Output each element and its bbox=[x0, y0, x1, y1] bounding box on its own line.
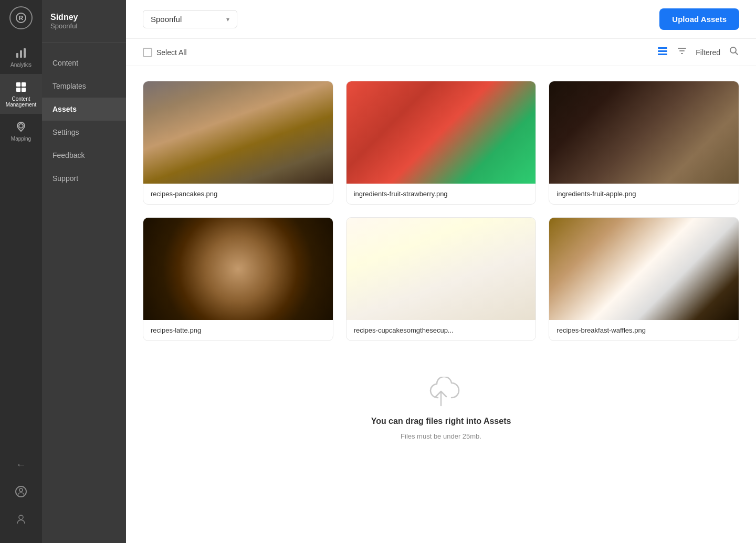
icon-rail: R Analytics Content bbox=[0, 0, 42, 543]
svg-rect-14 bbox=[658, 50, 667, 52]
asset-thumbnail-pancakes bbox=[143, 81, 333, 184]
sidebar-item-feedback[interactable]: Feedback bbox=[42, 144, 126, 167]
sidebar-item-content-management[interactable]: Content Management bbox=[0, 74, 42, 114]
upload-assets-button[interactable]: Upload Assets bbox=[659, 8, 739, 30]
drag-title: You can drag files right into Assets bbox=[371, 417, 511, 426]
svg-rect-6 bbox=[22, 82, 26, 87]
sidebar-item-content[interactable]: Content bbox=[42, 51, 126, 74]
dropdown-value: Spoonful bbox=[151, 15, 182, 24]
mapping-icon bbox=[14, 120, 28, 134]
svg-rect-3 bbox=[20, 50, 22, 58]
toolbar-right: Filtered bbox=[657, 45, 739, 59]
topbar-left: Spoonful ▾ bbox=[143, 10, 237, 28]
toolbar: Select All Filtered bbox=[126, 39, 756, 66]
sidebar-item-templates[interactable]: Templates bbox=[42, 74, 126, 98]
drag-subtitle: Files must be under 25mb. bbox=[401, 432, 481, 440]
rail-bottom: ← bbox=[12, 455, 30, 537]
select-all-wrap[interactable]: Select All bbox=[143, 48, 187, 57]
svg-rect-13 bbox=[658, 47, 667, 49]
select-all-checkbox[interactable] bbox=[143, 48, 152, 57]
back-arrow-icon[interactable]: ← bbox=[12, 455, 30, 474]
asset-card-6[interactable]: recipes-breakfast-waffles.png bbox=[549, 217, 739, 341]
asset-thumbnail-latte bbox=[143, 218, 333, 320]
svg-rect-4 bbox=[24, 48, 26, 58]
asset-card-3[interactable]: ingredients-fruit-apple.png bbox=[549, 81, 739, 205]
main-content: Spoonful ▾ Upload Assets Select All bbox=[126, 0, 756, 543]
content-management-label: Content Management bbox=[4, 96, 38, 108]
sidebar-item-analytics[interactable]: Analytics bbox=[0, 40, 42, 74]
upload-cloud-icon bbox=[422, 377, 460, 410]
chevron-down-icon: ▾ bbox=[226, 16, 229, 23]
svg-point-12 bbox=[19, 515, 23, 519]
svg-rect-5 bbox=[16, 82, 20, 87]
select-all-label: Select All bbox=[156, 48, 187, 57]
filtered-label: Filtered bbox=[696, 48, 720, 57]
asset-card-1[interactable]: recipes-pancakes.png bbox=[143, 81, 333, 205]
asset-name-2: ingredients-fruit-strawberry.png bbox=[346, 184, 536, 204]
asset-card-4[interactable]: recipes-latte.png bbox=[143, 217, 333, 341]
asset-grid: recipes-pancakes.png ingredients-fruit-s… bbox=[126, 66, 756, 356]
svg-point-11 bbox=[19, 488, 23, 492]
asset-thumbnail-strawberry bbox=[346, 81, 536, 184]
topbar: Spoonful ▾ Upload Assets bbox=[126, 0, 756, 39]
svg-text:R: R bbox=[19, 15, 23, 21]
filter-icon[interactable] bbox=[677, 46, 687, 59]
drag-zone: You can drag files right into Assets Fil… bbox=[126, 356, 756, 472]
svg-rect-8 bbox=[22, 88, 26, 92]
svg-rect-15 bbox=[658, 54, 667, 55]
svg-rect-2 bbox=[16, 53, 18, 58]
search-icon[interactable] bbox=[729, 46, 739, 59]
sidebar-item-support[interactable]: Support bbox=[42, 167, 126, 190]
asset-name-1: recipes-pancakes.png bbox=[143, 184, 333, 204]
profile-circle-icon[interactable] bbox=[12, 482, 30, 501]
asset-thumbnail-waffles bbox=[549, 218, 739, 320]
asset-name-6: recipes-breakfast-waffles.png bbox=[549, 320, 739, 340]
list-view-icon[interactable] bbox=[657, 45, 668, 59]
svg-point-9 bbox=[19, 124, 23, 128]
sidebar-item-assets[interactable]: Assets bbox=[42, 98, 126, 121]
sidebar-nav: Content Templates Assets Settings Feedba… bbox=[42, 43, 126, 543]
rail-logo[interactable]: R bbox=[9, 6, 33, 29]
sidebar-item-mapping[interactable]: Mapping bbox=[0, 114, 42, 148]
user-sub: Spoonful bbox=[50, 22, 118, 30]
asset-name-5: recipes-cupcakesomgthesecup... bbox=[346, 320, 536, 340]
content-management-icon bbox=[14, 80, 28, 94]
asset-card-5[interactable]: recipes-cupcakesomgthesecup... bbox=[346, 217, 537, 341]
workspace-dropdown[interactable]: Spoonful ▾ bbox=[143, 10, 237, 28]
mapping-label: Mapping bbox=[11, 136, 31, 142]
asset-thumbnail-apple bbox=[549, 81, 739, 184]
sidebar-item-settings[interactable]: Settings bbox=[42, 121, 126, 144]
user-icon[interactable] bbox=[12, 509, 30, 528]
analytics-icon bbox=[14, 46, 28, 60]
user-name: Sidney bbox=[50, 13, 118, 22]
asset-thumbnail-cupcakes bbox=[346, 218, 536, 320]
sidebar-user: Sidney Spoonful bbox=[42, 0, 126, 43]
svg-rect-7 bbox=[16, 88, 20, 92]
analytics-label: Analytics bbox=[10, 62, 32, 68]
sidebar: Sidney Spoonful Content Templates Assets… bbox=[42, 0, 126, 543]
asset-name-4: recipes-latte.png bbox=[143, 320, 333, 340]
asset-card-2[interactable]: ingredients-fruit-strawberry.png bbox=[346, 81, 537, 205]
asset-name-3: ingredients-fruit-apple.png bbox=[549, 184, 739, 204]
